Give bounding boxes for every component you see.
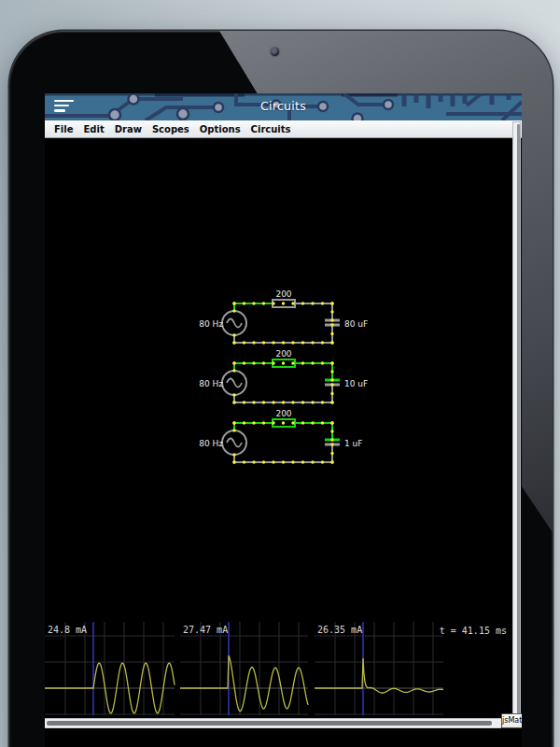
tablet-device-frame: Circuits FileEditDrawScopesOptionsCircui…	[9, 31, 553, 747]
scope-trace	[315, 658, 443, 693]
menu-item-scopes[interactable]: Scopes	[152, 124, 189, 134]
circuit-1[interactable]: 80 Hz20080 uF	[199, 289, 368, 345]
current-dot	[232, 453, 235, 456]
current-dot	[243, 460, 245, 463]
current-dot	[301, 341, 304, 344]
current-dot	[330, 370, 333, 373]
current-dot	[282, 341, 285, 344]
current-dot	[262, 460, 265, 463]
current-dot	[252, 460, 255, 463]
current-dot	[232, 429, 235, 431]
resistance-label: 200	[275, 289, 291, 299]
current-dot	[291, 401, 294, 403]
current-dot	[232, 421, 235, 424]
current-dot	[272, 401, 274, 403]
menu-item-options[interactable]: Options	[200, 124, 241, 134]
page-title: Circuits	[45, 99, 522, 113]
current-dot	[272, 460, 274, 463]
current-dot	[330, 430, 333, 432]
circuit-2[interactable]: 80 Hz20010 uF	[199, 349, 368, 404]
current-dot	[330, 452, 333, 455]
current-dot	[301, 401, 304, 403]
current-dot	[291, 302, 294, 304]
hamburger-bar	[54, 105, 69, 106]
current-dot	[262, 421, 265, 424]
current-dot	[252, 341, 255, 344]
current-dot	[291, 460, 294, 463]
scope-current-label: 27.47 mA	[183, 625, 228, 635]
menu-hamburger-icon[interactable]	[54, 100, 77, 115]
current-dot	[252, 421, 255, 424]
simulation-time-label: t = 41.15 ms	[440, 626, 507, 636]
current-dot	[243, 401, 245, 403]
current-dot	[321, 302, 324, 304]
current-dot	[330, 383, 333, 386]
current-dot	[282, 401, 285, 403]
current-dot	[321, 460, 324, 463]
simulation-canvas[interactable]: 80 Hz20080 uF80 Hz20010 uF80 Hz2001 uF24…	[45, 139, 522, 747]
capacitance-label: 80 uF	[344, 319, 368, 329]
current-dot	[282, 361, 285, 364]
horizontal-scrollbar[interactable]	[45, 718, 501, 728]
current-dot	[232, 341, 235, 344]
current-dot	[252, 361, 255, 364]
current-dot	[232, 401, 235, 403]
current-dot	[232, 361, 235, 364]
current-dot	[311, 421, 314, 424]
circuit-and-scope-svg[interactable]: 80 Hz20080 uF80 Hz20010 uF80 Hz2001 uF24…	[45, 139, 522, 747]
current-dot	[321, 341, 324, 344]
horizontal-scrollbar-thumb[interactable]	[47, 721, 492, 726]
current-dot	[232, 369, 235, 372]
current-dot	[311, 341, 314, 344]
current-dot	[321, 361, 324, 364]
current-dot	[330, 401, 333, 403]
current-dot	[262, 302, 265, 304]
scope-panel-1[interactable]: 24.8 mA	[45, 622, 175, 715]
vertical-scrollbar-thumb[interactable]	[517, 124, 520, 714]
current-dot	[311, 302, 314, 304]
current-dot	[291, 341, 294, 344]
app-screen: Circuits FileEditDrawScopesOptionsCircui…	[45, 93, 522, 747]
current-dot	[330, 392, 333, 395]
menu-item-draw[interactable]: Draw	[115, 124, 142, 134]
scope-panel-2[interactable]: 27.47 mA	[180, 622, 308, 715]
current-dot	[262, 341, 265, 344]
current-dot	[330, 438, 333, 441]
circuit-3[interactable]: 80 Hz2001 uF	[199, 409, 362, 464]
scope-panel-3[interactable]: 26.35 mA	[315, 622, 443, 715]
current-dot	[321, 421, 324, 424]
current-dot	[301, 460, 304, 463]
current-dot	[330, 341, 333, 344]
current-dot	[232, 309, 235, 312]
hamburger-bar	[54, 109, 65, 111]
current-dot	[243, 302, 245, 304]
current-dot	[330, 310, 333, 313]
menubar: FileEditDrawScopesOptionsCircuits	[45, 120, 522, 138]
current-dot	[291, 361, 294, 364]
current-dot	[301, 361, 304, 364]
scope-trace	[180, 655, 308, 712]
current-dot	[232, 302, 235, 304]
current-dot	[282, 302, 285, 304]
current-dot	[330, 302, 333, 304]
current-dot	[330, 323, 333, 326]
menu-item-edit[interactable]: Edit	[83, 124, 104, 134]
vertical-scrollbar[interactable]	[512, 121, 521, 719]
current-dot	[243, 361, 245, 364]
current-dot	[272, 361, 274, 364]
current-dot	[232, 393, 235, 396]
current-dot	[282, 460, 285, 463]
current-dot	[321, 401, 324, 403]
current-dot	[311, 460, 314, 463]
menu-item-circuits[interactable]: Circuits	[251, 124, 291, 134]
capacitance-label: 1 uF	[344, 439, 362, 448]
capacitance-label: 10 uF	[344, 379, 368, 388]
current-dot	[262, 401, 265, 403]
resistance-label: 200	[275, 409, 291, 418]
current-dot	[282, 421, 285, 424]
current-dot	[330, 460, 333, 463]
jsmath-button[interactable]: jsMath	[501, 713, 522, 728]
menu-item-file[interactable]: File	[54, 124, 73, 134]
current-dot	[330, 318, 333, 321]
current-dot	[301, 421, 304, 424]
